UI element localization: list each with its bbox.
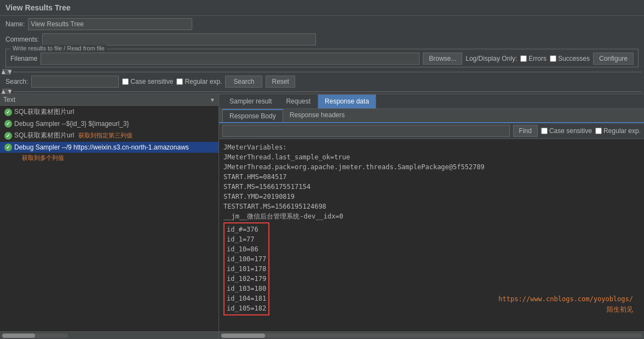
right-scrollbar[interactable] <box>219 331 644 339</box>
tree-item[interactable]: ✓ SQL获取素材图片url <box>0 106 219 118</box>
response-line: id_#=376 <box>227 225 266 234</box>
response-line: id_101=178 <box>227 264 266 274</box>
response-line: TESTSTART.MS=1566195124698 <box>223 202 640 211</box>
search-button[interactable]: Search <box>225 76 262 88</box>
name-label: Name: <box>5 20 25 28</box>
window-title: View Results Tree <box>5 3 71 12</box>
tree-filter-icon[interactable]: ▼ <box>210 97 215 103</box>
tab-sampler-result[interactable]: Sampler result <box>222 94 279 108</box>
watermark-line2: 陌生初见 <box>498 304 633 315</box>
sub-tab-response-headers[interactable]: Response headers <box>283 109 352 122</box>
response-line: id_1=77 <box>227 234 266 244</box>
response-line: id_100=177 <box>227 254 266 264</box>
response-line: START.YMD=20190819 <box>223 192 640 202</box>
main-content: Text ▼ ✓ SQL获取素材图片url ✓ Debug Sampler --… <box>0 94 644 339</box>
watermark-line1: https://www.cnblogs.com/yoyoblogs/ <box>498 294 633 304</box>
filename-label: Filename <box>10 55 37 62</box>
left-scrollbar[interactable] <box>0 331 219 339</box>
file-group: Write results to file / Read from file F… <box>5 49 639 67</box>
response-line: JMeterVariables: <box>223 142 640 152</box>
tab-response-data[interactable]: Response data <box>318 94 376 108</box>
name-row: Name: <box>0 16 644 32</box>
find-input[interactable] <box>222 125 510 137</box>
tree-item-text: SQL获取素材图片url <box>14 107 74 117</box>
errors-checkbox-label[interactable]: Errors <box>520 55 547 62</box>
sub-tab-response-body[interactable]: Response Body <box>222 109 283 122</box>
tree-item-selected[interactable]: ✓ Debug Sampler --/9 https://weixin.s3.c… <box>0 142 219 153</box>
tree-item-text: Debug Sampler --/9 https://weixin.s3.cn-… <box>14 143 189 151</box>
sub-tabs: Response Body Response headers <box>219 109 644 123</box>
regular-exp-label[interactable]: Regular exp. <box>176 78 222 85</box>
file-group-legend: Write results to file / Read from file <box>10 45 107 51</box>
tree-item-text: SQL获取素材图片url <box>14 131 74 140</box>
filename-input[interactable] <box>41 53 419 65</box>
find-row: Find Case sensitive Regular exp. <box>219 123 644 139</box>
successes-checkbox[interactable] <box>550 55 556 62</box>
left-hscrollbar-track[interactable] <box>2 334 68 338</box>
tree-item-text: Debug Sampler --${id_3} ${imageurl_3} <box>14 120 129 128</box>
log-display-label: Log/Display Only: <box>465 55 517 62</box>
search-row: Search: Case sensitive Regular exp. Sear… <box>0 74 644 89</box>
response-line: JMeterThread.pack=org.apache.jmeter.thre… <box>223 162 640 172</box>
reset-button[interactable]: Reset <box>266 76 295 88</box>
find-regular-exp-label[interactable]: Regular exp. <box>595 127 641 135</box>
title-bar: View Results Tree <box>0 0 644 16</box>
divider-top: ▲▼ <box>0 70 644 74</box>
case-sensitive-checkbox[interactable] <box>122 78 129 85</box>
case-sensitive-label[interactable]: Case sensitive <box>122 78 173 85</box>
find-button[interactable]: Find <box>513 125 538 137</box>
right-hscrollbar-track[interactable] <box>221 334 642 338</box>
find-case-sensitive-label[interactable]: Case sensitive <box>541 127 592 135</box>
response-line: id_103=180 <box>227 284 266 294</box>
configure-button[interactable]: Configure <box>593 53 634 65</box>
left-panel: Text ▼ ✓ SQL获取素材图片url ✓ Debug Sampler --… <box>0 94 219 339</box>
watermark: https://www.cnblogs.com/yoyoblogs/ 陌生初见 <box>498 294 633 315</box>
response-line: id_102=179 <box>227 274 266 284</box>
annotation-third-column: 获取到指定第三列值 <box>78 131 133 140</box>
regular-exp-checkbox[interactable] <box>176 78 183 85</box>
right-panel: Sampler result Request Response data Res… <box>219 94 644 339</box>
status-icon-success: ✓ <box>4 143 12 151</box>
tree-body[interactable]: ✓ SQL获取素材图片url ✓ Debug Sampler --${id_3}… <box>0 106 219 331</box>
tree-header: Text ▼ <box>0 94 219 106</box>
response-line: JMeterThread.last_sample_ok=true <box>223 152 640 162</box>
right-hscrollbar-thumb[interactable] <box>221 334 265 338</box>
annotation-multi-column: 获取到多个列值 <box>22 154 64 161</box>
find-case-sensitive-checkbox[interactable] <box>541 128 548 134</box>
status-icon-success: ✓ <box>4 132 12 140</box>
status-icon-success: ✓ <box>4 108 12 116</box>
tree-item[interactable]: ✓ Debug Sampler --${id_3} ${imageurl_3} <box>0 118 219 129</box>
log-display-area: Log/Display Only: Errors Successes Confi… <box>465 53 634 65</box>
status-icon-success: ✓ <box>4 120 12 128</box>
tree-header-label: Text <box>3 96 15 104</box>
name-input[interactable] <box>28 18 192 30</box>
comments-input[interactable] <box>42 33 316 45</box>
successes-checkbox-label[interactable]: Successes <box>550 55 590 62</box>
tree-item[interactable]: ✓ SQL获取素材图片url 获取到指定第三列值 <box>0 129 219 142</box>
highlighted-data-box: id_#=376 id_1=77 id_10=86 id_100=177 id_… <box>223 222 269 315</box>
tab-request[interactable]: Request <box>279 94 318 108</box>
main-window: View Results Tree Name: Comments: Write … <box>0 0 644 339</box>
multi-column-annotation-area: 获取到多个列值 <box>0 153 219 163</box>
search-label: Search: <box>5 78 28 85</box>
response-body[interactable]: JMeterVariables: JMeterThread.last_sampl… <box>219 139 644 331</box>
response-content: JMeterVariables: JMeterThread.last_sampl… <box>219 139 644 339</box>
browse-button[interactable]: Browse... <box>423 53 462 65</box>
left-hscrollbar-thumb[interactable] <box>2 334 35 338</box>
errors-checkbox[interactable] <box>520 55 527 62</box>
main-tabs: Sampler result Request Response data <box>219 94 644 109</box>
response-line: id_10=86 <box>227 244 266 254</box>
find-regular-exp-checkbox[interactable] <box>595 128 602 134</box>
response-line: START.MS=1566175517154 <box>223 182 640 192</box>
search-input[interactable] <box>31 76 119 88</box>
comments-label: Comments: <box>5 36 39 43</box>
response-line: __jm__微信后台管理系统-dev__idx=0 <box>223 211 640 221</box>
response-line: START.HMS=084517 <box>223 172 640 182</box>
divider-bottom: ▲▼ <box>0 89 644 94</box>
response-line: id_105=182 <box>227 303 266 313</box>
response-line: id_104=181 <box>227 294 266 303</box>
